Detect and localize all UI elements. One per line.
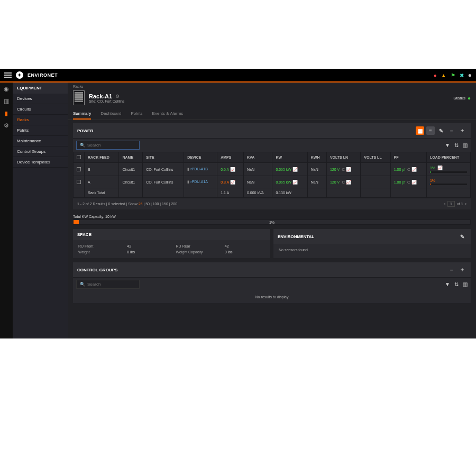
- cell-total-label: Rack Total: [85, 188, 119, 198]
- col-volts-ln[interactable]: VOLTS LN: [326, 152, 360, 163]
- power-search-input[interactable]: [87, 143, 136, 148]
- pager-prev-icon[interactable]: ‹: [444, 202, 445, 206]
- rack-icon: [73, 90, 85, 105]
- search-icon: 🔍: [80, 282, 85, 287]
- edit-icon[interactable]: ✎: [437, 126, 445, 135]
- col-load[interactable]: LOAD PERCENT: [426, 152, 470, 163]
- col-kwh[interactable]: KWH: [307, 152, 326, 163]
- col-name[interactable]: NAME: [119, 152, 143, 163]
- sidebar-item-points[interactable]: Points: [13, 125, 68, 136]
- kw-progress-percent: 1%: [74, 220, 470, 224]
- chart-icon: 📈: [346, 167, 351, 172]
- hamburger-menu-icon[interactable]: [4, 72, 12, 78]
- sidebar-item-control-groups[interactable]: Control Groups: [13, 147, 68, 157]
- cg-columns-icon[interactable]: ▥: [463, 281, 468, 287]
- alert-warning-icon[interactable]: ▲: [441, 72, 446, 78]
- nav-rail: ◉ ▥ ▮ ⚙: [0, 83, 13, 338]
- alert-critical-icon[interactable]: ●: [434, 72, 437, 78]
- cell-load[interactable]: 1%📈: [426, 163, 470, 176]
- col-amps[interactable]: AMPS: [217, 152, 244, 163]
- table-row[interactable]: A Circuit1 CO, Fort Colllins ▮ rPDU-A1A …: [74, 176, 471, 188]
- cell-name: Circuit1: [119, 163, 143, 176]
- cell-vln[interactable]: 120 V C📈: [326, 176, 360, 188]
- col-volts-ll[interactable]: VOLTS LL: [361, 152, 390, 163]
- cell-amps[interactable]: 0.6 A📈: [217, 163, 244, 176]
- cg-empty: No results to display: [73, 291, 471, 303]
- chart-icon: 📈: [437, 166, 443, 170]
- tab-dashboard[interactable]: Dashboard: [100, 108, 121, 120]
- cg-collapse-icon[interactable]: −: [447, 266, 456, 274]
- col-kva[interactable]: KVA: [243, 152, 272, 163]
- tab-points[interactable]: Points: [131, 108, 142, 120]
- alert-flag-icon[interactable]: ⚑: [451, 72, 455, 78]
- rail-equipment-icon[interactable]: ▮: [5, 110, 8, 117]
- tools-icon[interactable]: ✖: [460, 72, 464, 78]
- pager-size-25[interactable]: 25: [139, 202, 143, 206]
- env-edit-icon[interactable]: ✎: [458, 232, 466, 241]
- sidebar-item-racks[interactable]: Racks: [13, 115, 68, 125]
- user-icon[interactable]: ●: [468, 71, 472, 79]
- cell-feed: B: [85, 163, 119, 176]
- page-settings-icon[interactable]: ⚙: [115, 94, 120, 99]
- cell-vll: [361, 176, 390, 188]
- sidebar-item-circuits[interactable]: Circuits: [13, 104, 68, 115]
- cell-device[interactable]: ▮ rPDU-A1B: [184, 163, 217, 176]
- rail-analytics-icon[interactable]: ▥: [4, 98, 9, 105]
- add-icon[interactable]: ＋: [458, 126, 466, 135]
- filter-icon[interactable]: ▼: [445, 142, 450, 148]
- col-pf[interactable]: PF: [390, 152, 426, 163]
- power-search[interactable]: 🔍: [76, 141, 140, 150]
- chart-icon: 📈: [230, 167, 235, 172]
- cell-feed: A: [85, 176, 119, 188]
- select-all-checkbox[interactable]: [77, 155, 81, 159]
- cell-kw[interactable]: 0.065 kW📈: [272, 163, 307, 176]
- space-panel: SPACE RU Front 42 RU Rear 42 Weight 0 lb…: [73, 229, 270, 258]
- pager-next-icon[interactable]: ›: [465, 202, 466, 206]
- cell-amps[interactable]: 0.8 A📈: [217, 176, 244, 188]
- col-kw[interactable]: KW: [272, 152, 307, 163]
- columns-icon[interactable]: ▥: [463, 142, 468, 148]
- tab-summary[interactable]: Summary: [73, 108, 91, 120]
- pager-of: of 1: [457, 202, 463, 206]
- cell-vln[interactable]: 120 V C📈: [326, 163, 360, 176]
- cell-pf[interactable]: 1.00 pf C📈: [390, 176, 426, 188]
- col-site[interactable]: SITE: [143, 152, 184, 163]
- cell-pf[interactable]: 1.00 pf C📈: [390, 163, 426, 176]
- cg-search[interactable]: 🔍: [76, 280, 140, 289]
- status-label: Status: [453, 96, 465, 100]
- cell-load[interactable]: 1%: [426, 176, 470, 188]
- chart-icon: 📈: [411, 167, 417, 172]
- rail-settings-icon[interactable]: ⚙: [4, 122, 9, 129]
- page-subtitle: Site: CO, Fort Colllins: [89, 99, 124, 103]
- rail-dashboard-icon[interactable]: ◉: [4, 86, 9, 93]
- tab-events-alarms[interactable]: Events & Alarms: [152, 108, 184, 120]
- pager-page: 1: [447, 201, 455, 207]
- cg-sort-icon[interactable]: ⇅: [454, 281, 459, 287]
- row-checkbox[interactable]: [77, 180, 81, 184]
- brand-name: ENVIRONET: [28, 72, 58, 78]
- cg-add-icon[interactable]: ＋: [458, 266, 466, 274]
- sort-icon[interactable]: ⇅: [454, 142, 459, 148]
- col-device[interactable]: DEVICE: [184, 152, 217, 163]
- cell-kw[interactable]: 0.065 kW📈: [272, 176, 307, 188]
- view-grid-icon[interactable]: ▦: [416, 126, 424, 135]
- page-title: Rack-A1: [89, 93, 112, 99]
- sidebar-item-maintenance[interactable]: Maintenance: [13, 136, 68, 147]
- table-row[interactable]: B Circuit1 CO, Fort Colllins ▮ rPDU-A1B …: [74, 163, 471, 176]
- table-total-row: Rack Total 1.1 A 0.000 kVA 0.130 kW: [74, 188, 471, 198]
- cg-filter-icon[interactable]: ▼: [445, 281, 450, 287]
- row-checkbox[interactable]: [77, 167, 81, 171]
- cg-search-input[interactable]: [87, 282, 136, 287]
- breadcrumb[interactable]: Racks: [68, 83, 476, 88]
- weight-label: Weight: [78, 250, 118, 254]
- col-rack-feed[interactable]: RACK FEED: [85, 152, 119, 163]
- sidebar-title: EQUIPMENT: [13, 83, 68, 94]
- sidebar-item-devices[interactable]: Devices: [13, 94, 68, 104]
- cell-kva: NaN: [243, 176, 272, 188]
- view-list-icon[interactable]: ≡: [426, 126, 435, 135]
- search-icon: 🔍: [80, 143, 85, 148]
- chart-icon: 📈: [292, 180, 298, 185]
- sidebar-item-device-templates[interactable]: Device Templates: [13, 157, 68, 168]
- collapse-icon[interactable]: −: [447, 126, 456, 135]
- cell-device[interactable]: ▮ rPDU-A1A: [184, 176, 217, 188]
